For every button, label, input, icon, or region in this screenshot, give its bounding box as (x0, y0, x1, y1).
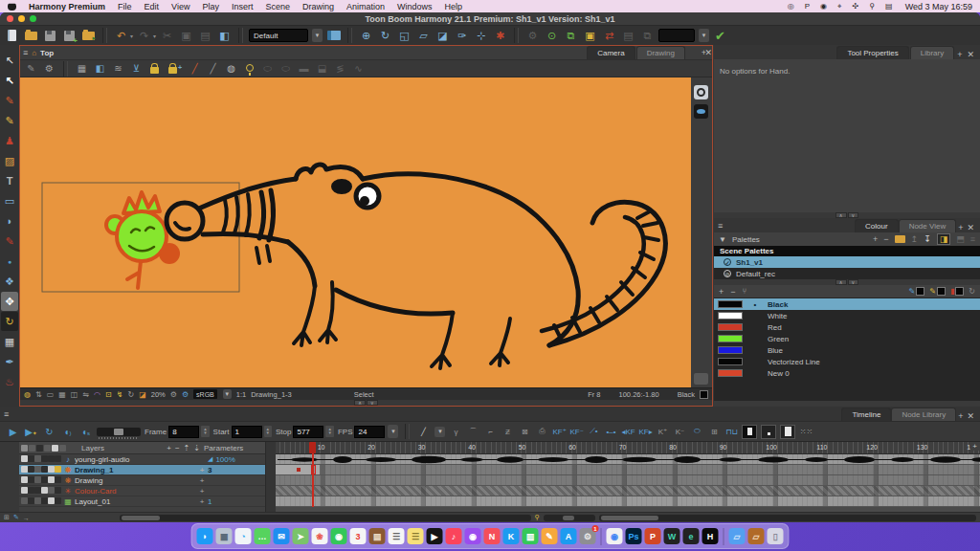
ease-in-icon[interactable]: ⌒ (466, 427, 479, 437)
layer-down-icon[interactable]: ⇣ (193, 444, 200, 452)
selection-frame-button[interactable]: ▣ (582, 28, 598, 43)
add-parent-peg-button[interactable]: ⧉ (563, 28, 579, 43)
menubar-status-fan[interactable]: ✣ (853, 2, 859, 11)
menu-windows[interactable]: Windows (397, 2, 433, 11)
hand-tool-icon[interactable]: ✥ (1, 292, 18, 311)
tab-node-library[interactable]: Node Library (891, 408, 956, 421)
apple-menu-icon[interactable] (8, 2, 16, 11)
timeline-close-panel-icon[interactable]: ✕ (965, 411, 976, 421)
palette-row-default-rec[interactable]: ⊘ Default_rec (714, 268, 980, 279)
fps-combo-arrow[interactable]: ▼ (388, 425, 398, 438)
frames-row-layout-01[interactable] (276, 496, 980, 507)
paint-colour-swatch[interactable]: ▮ (950, 287, 964, 296)
tab-library[interactable]: Library (910, 46, 954, 59)
redo-button[interactable]: ↷ (136, 28, 152, 43)
dock-finder[interactable]: ◗ (197, 528, 213, 544)
colour-menu-icon[interactable]: ≡ (718, 221, 723, 231)
sound-scrubbing-button[interactable]: ◖s (78, 427, 93, 437)
lock-add-icon[interactable] (166, 62, 180, 76)
gear-icon[interactable]: ⚙ (42, 62, 56, 76)
status-grid-icon[interactable]: ▦ (58, 390, 66, 399)
layers-scrollbar[interactable] (265, 442, 276, 512)
close-view-icon[interactable]: ✕ (702, 48, 714, 57)
status-zoom-level[interactable]: 20% (151, 390, 166, 399)
status-thumbnail-icon[interactable]: ◪ (139, 390, 146, 399)
draw-behind-icon[interactable]: ╱ (188, 62, 202, 76)
status-render-gear-icon[interactable]: ⚙ (182, 390, 189, 399)
safe-area-icon[interactable]: ◧ (93, 62, 107, 76)
stage[interactable] (20, 77, 691, 387)
align-icon[interactable]: ⊻ (129, 62, 144, 76)
balance-icon[interactable]: ∿ (351, 62, 366, 76)
onion-range-icon[interactable]: ⬓ (315, 62, 329, 76)
maintain-size-tool-button[interactable]: ⊹ (473, 28, 489, 43)
layer-stack-button[interactable]: ▤ (620, 28, 636, 43)
menu-insert[interactable]: Insert (232, 2, 254, 11)
dock-podcasts[interactable]: ◉ (465, 528, 481, 544)
pencil-settings-icon[interactable]: ✎ (24, 62, 38, 76)
dock-photoshop[interactable]: Ps (626, 528, 642, 544)
remove-keyframe-icon[interactable]: KF⁻ (569, 428, 583, 436)
remove-layer-icon[interactable]: − (175, 444, 180, 452)
status-lasso-icon[interactable]: ◠ (94, 390, 100, 399)
colour-row-green[interactable]: • Green (714, 333, 980, 344)
empty-combo-arrow[interactable]: ▼ (699, 29, 709, 42)
show-hide-data-icon[interactable]: ⬭ (690, 427, 703, 436)
add-panel-icon[interactable]: + (955, 50, 964, 59)
tool-presets-button[interactable]: ⚙ (524, 28, 541, 43)
palette-row-sh1-v1[interactable]: ✓ Sh1_v1 (714, 256, 980, 268)
save-button[interactable] (42, 28, 58, 43)
frames-row-drawing-1[interactable] (276, 465, 980, 475)
timeline-ruler[interactable]: 102030405060708090100110120130140 (276, 442, 980, 454)
paint-tool-icon[interactable]: ◗ (1, 211, 18, 231)
colorspace-combo-arrow[interactable]: ▼ (223, 389, 232, 399)
ease-out-icon[interactable]: ⌐ (483, 428, 497, 436)
colour-close-panel-icon[interactable]: ✕ (965, 223, 976, 232)
start-input[interactable]: 1 (232, 426, 262, 438)
dock-photos[interactable]: ❀ (312, 528, 328, 544)
status-color-swatch[interactable] (700, 390, 708, 399)
add-keyframe-icon[interactable]: KF⁺ (552, 428, 566, 436)
tab-top[interactable]: Top (40, 49, 54, 57)
onion-grid-button[interactable]: ⧉ (639, 28, 656, 43)
undo-button[interactable]: ↶ (113, 28, 129, 43)
detail-view-icon[interactable]: ≡ (970, 234, 975, 244)
dropper-tool-icon[interactable]: ✎ (1, 231, 18, 251)
layer-row-drawing-1[interactable]: ❋ Drawing_1 + 3 (19, 465, 265, 475)
splitter-down-icon[interactable]: ∨ (367, 400, 378, 406)
add-drawing-icon[interactable]: ⎙ (535, 427, 548, 436)
dock-news[interactable]: N (484, 528, 501, 544)
dock-calendar[interactable]: 3 (350, 528, 367, 544)
loop-button[interactable]: ↻ (42, 427, 56, 437)
swatch-view-icon[interactable]: ◨ (937, 233, 951, 245)
close-panel-icon[interactable]: ✕ (965, 50, 976, 59)
layer-up-icon[interactable]: ⇡ (184, 444, 190, 452)
cut-button[interactable]: ✂ (159, 28, 175, 43)
dock-numbers[interactable]: ▥ (523, 528, 539, 544)
pencil-tool-icon[interactable]: ✎ (1, 111, 18, 130)
colorspace-combo[interactable]: sRGB (193, 389, 217, 399)
menubar-status-display[interactable]: ⌖ (837, 2, 842, 11)
clone-colour-icon[interactable]: ⑂ (743, 287, 747, 296)
footer-grid-icon[interactable]: ⊞ (4, 514, 10, 521)
menubar-status-record[interactable]: ◎ (788, 2, 794, 11)
delete-exposure-icon[interactable]: ⊠ (518, 428, 531, 436)
reposition-all-drawings-button[interactable]: ✱ (492, 28, 508, 43)
menu-help[interactable]: Help (445, 2, 463, 11)
field-guide-icon[interactable]: ≋ (111, 62, 125, 76)
onion-scale-icon[interactable]: ≶ (333, 62, 347, 76)
thumbnail-toggle-on-icon[interactable] (742, 425, 757, 439)
menu-animation[interactable]: Animation (346, 2, 385, 11)
grid-icon[interactable]: ▦ (75, 62, 89, 76)
status-rect-icon[interactable]: ▭ (47, 390, 55, 399)
close-gap-button[interactable]: ◧ (216, 28, 233, 43)
colour-row-black[interactable]: • Black (714, 298, 980, 310)
colour-row-red[interactable]: • Red (714, 321, 980, 333)
show-frames-icon[interactable]: ⊞ (707, 428, 721, 436)
sound-sync-icon[interactable]: ⊓⊔ (724, 428, 738, 436)
redo-dropdown-icon[interactable]: ▾ (153, 33, 156, 39)
menu-view[interactable]: View (171, 2, 189, 11)
menu-scene[interactable]: Scene (265, 2, 290, 11)
eraser-tool-icon[interactable]: ▨ (1, 151, 18, 170)
text-tool-icon[interactable]: T (1, 171, 18, 190)
